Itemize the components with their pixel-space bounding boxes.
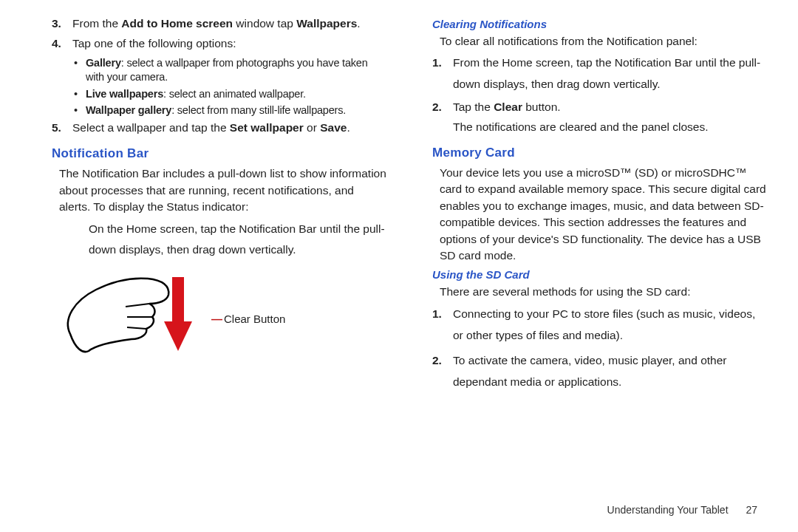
bold: Wallpaper gallery — [86, 104, 171, 116]
step-number: 1. — [432, 304, 453, 346]
step-body: From the Home screen, tap the Notificati… — [453, 52, 768, 95]
period: . — [347, 121, 349, 134]
bullet-text: Live wallpapers: select an animated wall… — [86, 87, 388, 101]
footer-page-number: 27 — [746, 504, 757, 516]
text: : select from many still-life wallpapers… — [171, 104, 346, 116]
bold: Set wallpaper — [230, 121, 304, 134]
step-number: 3. — [52, 16, 72, 32]
step-body: Tap the Clear button. The notifications … — [453, 100, 768, 135]
page-footer: Understanding Your Tablet 27 — [607, 504, 757, 516]
left-column: 3. From the Add to Home screen window ta… — [30, 13, 395, 517]
text: Tap the — [453, 100, 494, 113]
heading-notification-bar: Notification Bar — [52, 146, 388, 161]
step-body: From the Add to Home screen window tap W… — [72, 16, 388, 32]
step-number: 1. — [432, 52, 453, 95]
step-number: 5. — [52, 120, 72, 136]
sd-step-1: 1. Connecting to your PC to store files … — [432, 304, 768, 346]
step-number: 4. — [52, 36, 72, 52]
step-5: 5. Select a wallpaper and tap the Set wa… — [52, 120, 388, 136]
figure-swipe-gesture: —Clear Button — [59, 271, 388, 367]
step-number: 2. — [432, 100, 453, 135]
sd-step-2: 2. To activate the camera, video, music … — [432, 350, 768, 392]
clear-step-1: 1. From the Home screen, tap the Notific… — [432, 52, 768, 95]
text: The notifications are cleared and the pa… — [453, 120, 709, 133]
hand-swipe-icon — [59, 271, 192, 367]
text: or — [304, 121, 320, 134]
period: . — [357, 17, 360, 30]
text: : select a wallpaper from photographs yo… — [86, 57, 368, 83]
bullet-gallery: • Gallery: select a wallpaper from photo… — [74, 56, 388, 84]
heading-memory-card: Memory Card — [432, 146, 768, 160]
text: button. — [522, 100, 561, 113]
bold: Add to Home screen — [121, 17, 233, 30]
step-number: 2. — [432, 350, 453, 392]
bold: Save — [320, 121, 347, 134]
bold: Wallpapers — [296, 17, 357, 30]
bullet-dot: • — [74, 103, 86, 117]
bullet-text: Wallpaper gallery: select from many stil… — [86, 103, 388, 117]
dash-icon: — — [211, 313, 221, 325]
step-body: To activate the camera, video, music pla… — [453, 350, 768, 392]
manual-page: 3. From the Add to Home screen window ta… — [0, 0, 798, 517]
text: window tap — [233, 17, 296, 30]
paragraph: To clear all notifications from the Noti… — [440, 33, 768, 50]
bold: Gallery — [86, 57, 121, 69]
text: From the — [72, 17, 121, 30]
svg-rect-0 — [172, 277, 184, 321]
right-column: Clearing Notifications To clear all noti… — [395, 13, 768, 517]
bullet-live: • Live wallpapers: select an animated wa… — [74, 87, 388, 101]
bullet-dot: • — [74, 87, 86, 101]
step-3: 3. From the Add to Home screen window ta… — [52, 16, 388, 32]
bullet-wallpaper-gallery: • Wallpaper gallery: select from many st… — [74, 103, 388, 117]
footer-section: Understanding Your Tablet — [607, 504, 729, 516]
bullet-text: Gallery: select a wallpaper from photogr… — [86, 56, 388, 84]
text: Select a wallpaper and tap the — [72, 121, 230, 134]
clear-step-2: 2. Tap the Clear button. The notificatio… — [432, 100, 768, 135]
heading-clearing-notifications: Clearing Notifications — [432, 18, 768, 30]
svg-marker-1 — [164, 321, 192, 351]
paragraph: Your device lets you use a microSD™ (SD)… — [440, 165, 768, 265]
caption-text: Clear Button — [224, 313, 285, 325]
bold: Live wallpapers — [86, 88, 163, 100]
bullet-dot: • — [74, 56, 86, 84]
bold: Clear — [494, 100, 522, 113]
step-body: Connecting to your PC to store files (su… — [453, 304, 768, 346]
text: : select an animated wallpaper. — [163, 88, 306, 100]
heading-using-sd-card: Using the SD Card — [432, 268, 768, 281]
paragraph: The Notification Bar includes a pull-dow… — [59, 166, 388, 215]
step-body: Select a wallpaper and tap the Set wallp… — [72, 120, 388, 136]
step-4: 4. Tap one of the following options: — [52, 36, 388, 52]
step-body: Tap one of the following options: — [72, 36, 388, 52]
paragraph: On the Home screen, tap the Notification… — [89, 219, 388, 261]
figure-caption: —Clear Button — [211, 313, 285, 325]
paragraph: There are several methods for using the … — [440, 284, 768, 300]
